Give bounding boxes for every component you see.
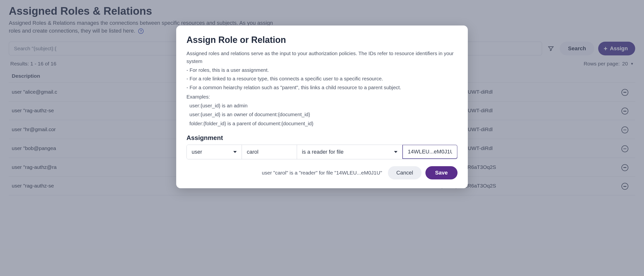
- modal-footer: user "carol" is a "reader" for file "14W…: [186, 166, 458, 180]
- modal-bullet-1: - For roles, this is a user assignment.: [186, 66, 458, 74]
- save-button[interactable]: Save: [426, 166, 458, 180]
- relation-select[interactable]: is a reader for file: [297, 145, 402, 159]
- modal-bullet-2: - For a role linked to a resource type, …: [186, 75, 458, 82]
- subject-id-input[interactable]: [247, 145, 292, 159]
- relation-value: is a reader for file: [302, 149, 344, 155]
- subject-id-input-wrap: [242, 145, 297, 159]
- subject-type-value: user: [192, 149, 202, 155]
- modal-backdrop[interactable]: Assign Role or Relation Assigned roles a…: [0, 0, 644, 276]
- resource-id-input-wrap: [402, 144, 458, 159]
- caret-down-icon: [394, 151, 398, 153]
- caret-down-icon: [233, 151, 237, 153]
- cancel-button[interactable]: Cancel: [388, 166, 421, 180]
- example-3: folder:{folder_id} is a parent of docume…: [186, 120, 458, 128]
- example-2: user:{user_id} is an owner of document:{…: [186, 110, 458, 119]
- assign-modal: Assign Role or Relation Assigned roles a…: [176, 26, 468, 188]
- modal-bullet-3: - For a common heiarchy relation such as…: [186, 84, 458, 92]
- resource-id-input[interactable]: [408, 145, 452, 158]
- assignment-summary: user "carol" is a "reader" for file "14W…: [262, 170, 382, 176]
- modal-title: Assign Role or Relation: [186, 35, 458, 45]
- example-1: user:{user_id} is an admin: [186, 102, 458, 110]
- assignment-row: user is a reader for file: [186, 144, 458, 159]
- modal-desc: Assigned roles and relations serve as th…: [186, 50, 458, 65]
- subject-type-select[interactable]: user: [187, 145, 242, 159]
- assignment-heading: Assignment: [186, 134, 458, 142]
- examples-label: Examples:: [186, 93, 458, 101]
